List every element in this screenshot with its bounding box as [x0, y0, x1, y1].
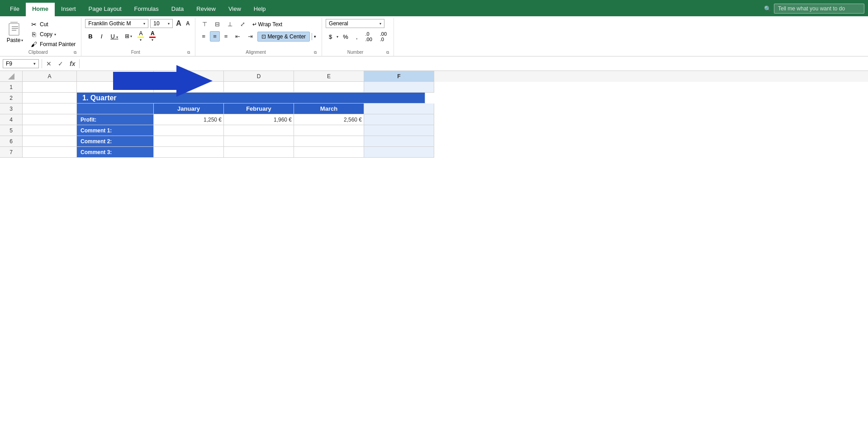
cell-e6[interactable]: [294, 136, 364, 147]
tab-insert[interactable]: Insert: [55, 3, 82, 16]
tab-help[interactable]: Help: [247, 3, 272, 16]
tab-data[interactable]: Data: [165, 3, 190, 16]
bold-button[interactable]: B: [85, 32, 95, 41]
number-format-dropdown-arrow[interactable]: ▾: [379, 22, 381, 26]
cell-a6[interactable]: [23, 136, 77, 147]
font-color-button[interactable]: A ▾: [147, 30, 157, 42]
formula-input[interactable]: [82, 60, 865, 68]
align-bottom-button[interactable]: ⊥: [224, 19, 236, 29]
formula-function-button[interactable]: fx: [68, 60, 76, 68]
cell-c3[interactable]: January: [154, 103, 224, 114]
wrap-text-button[interactable]: ↵ Wrap Text: [250, 20, 285, 28]
underline-dropdown-arrow[interactable]: ▾: [116, 35, 118, 39]
cell-a1[interactable]: [23, 82, 77, 93]
col-header-b[interactable]: B: [77, 71, 154, 82]
number-expand-button[interactable]: ⧉: [385, 50, 390, 55]
tab-formulas[interactable]: Formulas: [128, 3, 165, 16]
font-expand-button[interactable]: ⧉: [186, 50, 191, 55]
cell-a2[interactable]: [23, 93, 77, 103]
paste-dropdown-arrow[interactable]: ▾: [21, 38, 23, 42]
paste-button[interactable]: Paste ▾: [4, 19, 26, 45]
row-header-2[interactable]: 2: [0, 93, 23, 103]
col-header-e[interactable]: E: [294, 71, 364, 82]
tab-page-layout[interactable]: Page Layout: [82, 3, 128, 16]
align-left-button[interactable]: ≡: [199, 31, 209, 42]
fill-color-button[interactable]: A ▾: [136, 30, 146, 42]
cell-f3[interactable]: [364, 103, 434, 114]
search-input[interactable]: [774, 4, 864, 14]
row-header-5[interactable]: 5: [0, 125, 23, 136]
borders-dropdown-arrow[interactable]: ▾: [130, 34, 132, 38]
cell-f7[interactable]: [364, 147, 434, 158]
align-center-button[interactable]: ≡: [210, 31, 220, 42]
cell-c5[interactable]: [154, 125, 224, 136]
alignment-expand-button[interactable]: ⧉: [313, 50, 318, 55]
cell-c4[interactable]: 1,250 €: [154, 114, 224, 125]
row-header-6[interactable]: 6: [0, 136, 23, 147]
col-header-a[interactable]: A: [23, 71, 77, 82]
col-header-c[interactable]: C: [154, 71, 224, 82]
indent-decrease-button[interactable]: ⇤: [232, 31, 243, 42]
cell-f4[interactable]: [364, 114, 434, 125]
cell-c1[interactable]: [154, 82, 224, 93]
cell-a7[interactable]: [23, 147, 77, 158]
row-header-4[interactable]: 4: [0, 114, 23, 125]
tab-view[interactable]: View: [222, 3, 247, 16]
cell-d4[interactable]: 1,960 €: [224, 114, 294, 125]
italic-button[interactable]: I: [98, 32, 106, 41]
indent-increase-button[interactable]: ⇥: [245, 31, 256, 42]
cut-button[interactable]: ✂ Cut: [28, 20, 77, 29]
formula-cancel-button[interactable]: ✕: [45, 60, 53, 68]
number-format-selector[interactable]: General ▾: [326, 19, 384, 28]
row-header-1[interactable]: 1: [0, 82, 23, 93]
align-middle-button[interactable]: ⊟: [212, 19, 223, 29]
merge-center-dropdown-button[interactable]: ▾: [312, 33, 318, 40]
cell-b6[interactable]: Comment 2:: [77, 136, 154, 147]
row-header-7[interactable]: 7: [0, 147, 23, 158]
font-size-dropdown-arrow[interactable]: ▾: [168, 22, 170, 26]
font-name-dropdown-arrow[interactable]: ▾: [143, 22, 145, 26]
cell-a5[interactable]: [23, 125, 77, 136]
cell-d1[interactable]: [224, 82, 294, 93]
decimal-increase-button[interactable]: .0.00: [362, 30, 375, 43]
borders-button[interactable]: ⊞ ▾: [123, 32, 134, 40]
row-header-3[interactable]: 3: [0, 103, 23, 114]
tab-home[interactable]: Home: [26, 3, 55, 16]
cell-c7[interactable]: [154, 147, 224, 158]
cell-a3[interactable]: [23, 103, 77, 114]
currency-dropdown-arrow[interactable]: ▾: [337, 35, 338, 39]
font-shrink-button[interactable]: A: [185, 20, 191, 27]
copy-dropdown-arrow[interactable]: ▾: [54, 33, 56, 37]
cell-b7[interactable]: Comment 3:: [77, 147, 154, 158]
underline-button[interactable]: U ▾: [107, 32, 121, 41]
tab-file[interactable]: File: [4, 3, 26, 16]
cell-e3[interactable]: March: [294, 103, 364, 114]
tab-review[interactable]: Review: [190, 3, 222, 16]
cell-f6[interactable]: [364, 136, 434, 147]
cell-f1[interactable]: [364, 82, 434, 93]
format-painter-button[interactable]: 🖌 Format Painter: [28, 40, 77, 49]
percent-button[interactable]: %: [340, 32, 351, 42]
cell-c6[interactable]: [154, 136, 224, 147]
cell-d6[interactable]: [224, 136, 294, 147]
cell-b4[interactable]: Profit:: [77, 114, 154, 125]
font-size-selector[interactable]: 10 ▾: [150, 19, 173, 28]
cell-e5[interactable]: [294, 125, 364, 136]
font-grow-button[interactable]: A: [175, 19, 183, 28]
merge-center-button[interactable]: ⊡ Merge & Center: [257, 32, 310, 42]
orientation-button[interactable]: ⤢: [237, 19, 248, 29]
cell-e1[interactable]: [294, 82, 364, 93]
cell-f5[interactable]: [364, 125, 434, 136]
cell-d3[interactable]: February: [224, 103, 294, 114]
align-top-button[interactable]: ⊤: [199, 19, 210, 29]
fill-color-dropdown-arrow[interactable]: ▾: [140, 38, 142, 42]
cell-b5[interactable]: Comment 1:: [77, 125, 154, 136]
cell-b1[interactable]: [77, 82, 154, 93]
cell-b3[interactable]: [77, 103, 154, 114]
cell-e4[interactable]: 2,560 €: [294, 114, 364, 125]
copy-button[interactable]: ⎘ Copy ▾: [28, 30, 77, 39]
align-right-button[interactable]: ≡: [221, 31, 231, 42]
font-color-dropdown-arrow[interactable]: ▾: [152, 38, 153, 42]
formula-confirm-button[interactable]: ✓: [57, 60, 65, 68]
cell-e7[interactable]: [294, 147, 364, 158]
